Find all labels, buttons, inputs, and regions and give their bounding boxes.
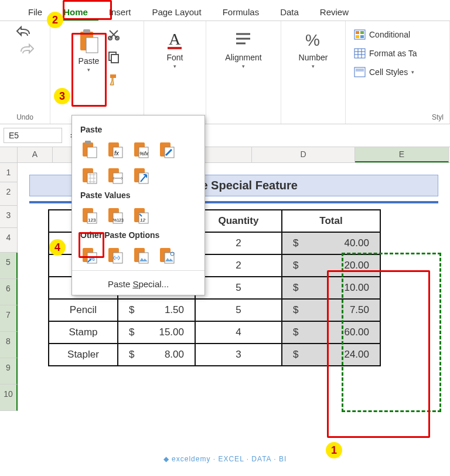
percent-icon: % [303,28,323,52]
row-header-1[interactable]: 1 [0,163,18,182]
paste-button[interactable]: Paste ▾ [74,26,104,75]
paste-values-source-formatting-icon[interactable]: 12 [132,205,151,226]
cell-qty[interactable]: 2 [195,232,282,254]
cell-qty[interactable]: 2 [195,254,282,277]
paste-values-section-title: Paste Values [80,191,196,200]
paste-special-menu-item[interactable]: Paste Special... [80,274,196,291]
cell-qty[interactable]: 4 [195,321,282,344]
cell-price[interactable]: $1.50 [118,299,195,321]
cell-total[interactable]: $40.00 [282,232,380,254]
conditional-formatting-icon [354,29,366,40]
tab-insert[interactable]: Insert [98,4,142,21]
svg-text:fx: fx [114,150,120,157]
paste-values-number-formatting-icon[interactable]: %123 [106,205,125,226]
worksheet: 1 2 3 4 5 6 7 8 9 10 Pastee Special Feat… [0,163,450,411]
tab-review[interactable]: Review [309,4,359,21]
svg-rect-50 [139,253,148,263]
cell-qty[interactable]: 5 [195,277,282,299]
svg-rect-14 [360,35,364,38]
row-header-10[interactable]: 10 [0,385,18,411]
clipboard-icon [78,28,100,55]
row-header-3[interactable]: 3 [0,206,18,228]
cell-total[interactable]: $60.00 [282,321,380,344]
cell-styles-button[interactable]: Cell Styles ▾ [354,66,414,79]
tab-data[interactable]: Data [270,4,309,21]
name-box[interactable]: E5 [4,128,62,143]
cell-name[interactable]: Stamp [49,321,118,344]
svg-rect-13 [356,35,359,38]
cell-name[interactable]: Pencil [49,299,118,321]
cut-icon[interactable] [107,28,120,41]
copy-icon[interactable] [107,50,120,63]
row-header-8[interactable]: 8 [0,332,18,358]
row-header-5[interactable]: 5 [0,253,18,279]
annotation-badge-1: 1 [326,442,342,458]
paste-formulas-icon[interactable]: fx [106,139,125,160]
cell-price[interactable]: $15.00 [118,321,195,344]
column-headers: A D E [0,147,450,163]
paste-column-widths-icon[interactable] [106,165,125,186]
cell-total[interactable]: $7.50 [282,299,380,321]
col-header-a[interactable]: A [18,147,53,162]
ribbon: Undo Paste ▾ A Font ▾ [0,21,450,124]
cell-qty[interactable]: 3 [195,344,282,366]
format-as-table-button[interactable]: Format as Ta [354,47,417,60]
paste-link-icon[interactable] [106,244,125,266]
tab-home[interactable]: Home [53,4,98,21]
undo-group-label: Undo [16,113,33,121]
font-button[interactable]: A Font ▾ [162,26,189,72]
table-row: Stapler $8.00 3 $24.00 [49,344,380,366]
row-header-2[interactable]: 2 [0,182,18,206]
cell-total[interactable]: $20.00 [282,254,380,277]
svg-text:A: A [169,30,181,48]
undo-icon[interactable] [16,26,34,39]
svg-rect-52 [165,253,174,263]
other-paste-section-title: Other Paste Options [80,230,196,240]
svg-rect-12 [360,31,364,34]
row-header-4[interactable]: 4 [0,228,18,253]
alignment-button[interactable]: Alignment ▾ [221,26,265,72]
cell-total[interactable]: $24.00 [282,344,380,366]
alignment-icon [233,28,253,52]
th-qty[interactable]: Quantity [195,210,282,232]
separator [72,270,204,271]
cell-qty[interactable]: 5 [195,299,282,321]
row-header-9[interactable]: 9 [0,358,18,385]
paste-keep-source-icon[interactable] [158,139,176,160]
paste-formatting-icon[interactable]: % [80,244,99,266]
conditional-formatting-button[interactable]: Conditional [354,28,410,41]
paste-picture-icon[interactable] [132,244,151,266]
svg-text:12: 12 [140,217,145,223]
redo-icon[interactable] [16,43,34,56]
cell-total[interactable]: $10.00 [282,277,380,299]
paste-all-icon[interactable] [80,139,99,160]
tab-formulas[interactable]: Formulas [212,4,270,21]
cell-price[interactable]: $8.00 [118,344,195,366]
chevron-down-icon: ▾ [173,63,176,69]
tab-file[interactable]: File [18,4,53,21]
svg-text:%123: %123 [113,218,124,222]
select-all-triangle[interactable] [0,147,18,162]
paste-dropdown-panel: Paste fx %fx Paste Values 123 %123 12 Ot… [71,115,205,295]
col-header-e[interactable]: E [355,147,449,162]
row-header-7[interactable]: 7 [0,305,18,332]
svg-rect-1 [83,29,90,34]
number-label: Number [299,53,328,62]
font-icon: A [165,28,185,52]
paste-transpose-icon[interactable] [132,165,151,186]
svg-rect-15 [354,49,365,58]
paste-formulas-formatting-icon[interactable]: %fx [132,139,151,160]
paste-values-icon[interactable]: 123 [80,205,99,226]
table-row: Stamp $15.00 4 $60.00 [49,321,380,344]
table-icon [354,48,366,59]
row-header-6[interactable]: 6 [0,279,18,305]
format-painter-icon[interactable] [107,73,120,86]
th-total[interactable]: Total [282,210,380,232]
paste-no-borders-icon[interactable] [80,165,99,186]
number-button[interactable]: % Number ▾ [295,26,332,72]
tab-page-layout[interactable]: Page Layout [141,4,212,21]
paste-linked-picture-icon[interactable] [158,244,176,266]
cell-name[interactable]: Stapler [49,344,118,366]
col-header-d[interactable]: D [252,147,355,162]
watermark: ◆ exceldemy · EXCEL · DATA · BI [163,455,287,463]
